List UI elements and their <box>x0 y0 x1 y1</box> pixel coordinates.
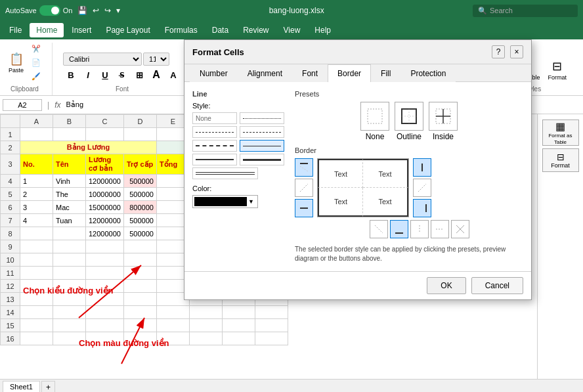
tab-protection[interactable]: Protection <box>400 64 456 82</box>
col-header-a[interactable]: A <box>20 115 53 128</box>
cell-b1[interactable] <box>53 128 86 141</box>
cell-a8[interactable] <box>20 227 53 240</box>
line-style-dash-dot[interactable] <box>192 140 237 152</box>
save-icon[interactable]: 💾 <box>77 6 87 15</box>
cut-button[interactable]: ✂️ <box>28 43 44 55</box>
cell-d5[interactable]: 500000 <box>123 188 156 201</box>
cell-reference-input[interactable] <box>3 99 42 111</box>
menu-review[interactable]: Review <box>236 23 275 37</box>
cell-a3[interactable]: No. <box>20 154 53 175</box>
cell-d3[interactable]: Trợ cấp <box>123 154 156 175</box>
ok-button[interactable]: OK <box>427 277 465 294</box>
bottom-right-border-button[interactable] <box>413 199 431 217</box>
menu-file[interactable]: File <box>3 23 28 37</box>
bold-button[interactable]: B <box>63 67 79 83</box>
border-preview-box[interactable]: Text Text Text Text <box>317 158 409 217</box>
menu-home[interactable]: Home <box>30 23 64 37</box>
cell-b8[interactable] <box>53 227 86 240</box>
border-button[interactable]: ⊞ <box>131 67 147 83</box>
format-as-table-right-button[interactable]: ▦ Format as Table <box>542 120 579 146</box>
cell-d6[interactable]: 800000 <box>123 201 156 214</box>
cell-b4[interactable]: Vinh <box>53 175 86 188</box>
cell-c7[interactable]: 12000000 <box>86 214 124 227</box>
line-style-dashed-med[interactable] <box>240 126 284 138</box>
preset-inside-button[interactable]: Inside <box>429 102 458 141</box>
cell-a6[interactable]: 3 <box>20 201 53 214</box>
bottom-left-button[interactable] <box>295 199 313 217</box>
col-header-b[interactable]: B <box>53 115 86 128</box>
line-style-none[interactable]: None <box>192 112 237 124</box>
menu-formulas[interactable]: Formulas <box>158 23 204 37</box>
cell-d4[interactable]: 500000 <box>123 175 156 188</box>
tab-alignment[interactable]: Alignment <box>238 64 292 82</box>
cell-c4[interactable]: 12000000 <box>86 175 124 188</box>
right-diagonal-button[interactable] <box>413 179 431 197</box>
menu-help[interactable]: Help <box>308 23 337 37</box>
cell-d1[interactable] <box>123 128 156 141</box>
cell-a1[interactable] <box>20 128 53 141</box>
cell-b7[interactable]: Tuan <box>53 214 86 227</box>
cell-b6[interactable]: Mac <box>53 201 86 214</box>
horizontal-inner-button[interactable] <box>431 220 449 238</box>
dialog-help-button[interactable]: ? <box>492 45 505 58</box>
font-color-button[interactable]: A <box>165 67 181 83</box>
undo-icon[interactable]: ↩ <box>93 6 99 15</box>
cell-a7[interactable]: 4 <box>20 214 53 227</box>
cell-d8[interactable]: 500000 <box>123 227 156 240</box>
col-header-d[interactable]: D <box>123 115 156 128</box>
menu-data[interactable]: Data <box>205 23 235 37</box>
italic-button[interactable]: I <box>80 67 96 83</box>
tab-font[interactable]: Font <box>292 64 328 82</box>
search-box[interactable]: 🔍 Search <box>473 5 578 17</box>
bottom-left-diag-button[interactable] <box>370 220 388 238</box>
tab-border[interactable]: Border <box>328 64 371 82</box>
line-style-dotted[interactable] <box>240 112 284 124</box>
cell-a2-merged[interactable]: Bảng Lương <box>20 141 157 154</box>
cell-c8[interactable]: 12000000 <box>86 227 124 240</box>
format-button[interactable]: ⊟ Format <box>544 57 570 83</box>
strikethrough-button[interactable]: S̶ <box>114 67 130 83</box>
paste-button[interactable]: 📋 Paste <box>5 50 27 76</box>
line-style-solid-med[interactable] <box>192 154 237 165</box>
format-painter-button[interactable]: 🖌️ <box>28 70 44 83</box>
color-dropdown[interactable]: ▼ <box>192 195 258 208</box>
preset-none-button[interactable]: None <box>360 102 389 141</box>
line-style-double[interactable] <box>192 167 258 179</box>
sheet-tab-1[interactable]: Sheet1 <box>3 381 40 392</box>
menu-insert[interactable]: Insert <box>65 23 98 37</box>
add-sheet-button[interactable]: + <box>41 381 55 392</box>
menu-view[interactable]: View <box>277 23 307 37</box>
bottom-border-button[interactable] <box>390 220 408 238</box>
line-style-solid-thin[interactable] <box>240 140 284 152</box>
cancel-button[interactable]: Cancel <box>471 277 523 294</box>
top-right-border-button[interactable] <box>413 158 431 177</box>
font-size-select[interactable]: 11 <box>143 53 169 66</box>
copy-button[interactable]: 📄 <box>28 56 44 69</box>
tab-number[interactable]: Number <box>190 64 238 82</box>
top-border-button[interactable] <box>295 158 313 177</box>
cell-d7[interactable]: 500000 <box>123 214 156 227</box>
tab-fill[interactable]: Fill <box>371 64 400 82</box>
cell-c3[interactable]: Lương cơ bản <box>86 154 124 175</box>
font-family-select[interactable]: Calibri <box>63 53 142 66</box>
dialog-close-button[interactable]: × <box>510 45 523 58</box>
cell-b5[interactable]: The <box>53 188 86 201</box>
cell-c5[interactable]: 10000000 <box>86 188 124 201</box>
line-style-solid-thick[interactable] <box>240 154 284 165</box>
col-header-c[interactable]: C <box>86 115 124 128</box>
no-border-button[interactable] <box>451 220 469 238</box>
line-style-dashed-thin[interactable] <box>192 126 237 138</box>
preset-outline-button[interactable]: Outline <box>395 102 423 141</box>
vertical-inner-button[interactable] <box>410 220 429 238</box>
format-right-button[interactable]: ⊟ Format <box>542 148 579 172</box>
cell-c1[interactable] <box>86 128 124 141</box>
cell-c6[interactable]: 15000000 <box>86 201 124 214</box>
cell-b3[interactable]: Tên <box>53 154 86 175</box>
autosave-toggle[interactable] <box>39 5 60 16</box>
left-diagonal-button[interactable] <box>295 179 313 197</box>
more-icon[interactable]: ▾ <box>116 6 120 15</box>
cell-a4[interactable]: 1 <box>20 175 53 188</box>
cell-a5[interactable]: 2 <box>20 188 53 201</box>
redo-icon[interactable]: ↪ <box>104 6 111 15</box>
underline-button[interactable]: U <box>97 67 113 83</box>
